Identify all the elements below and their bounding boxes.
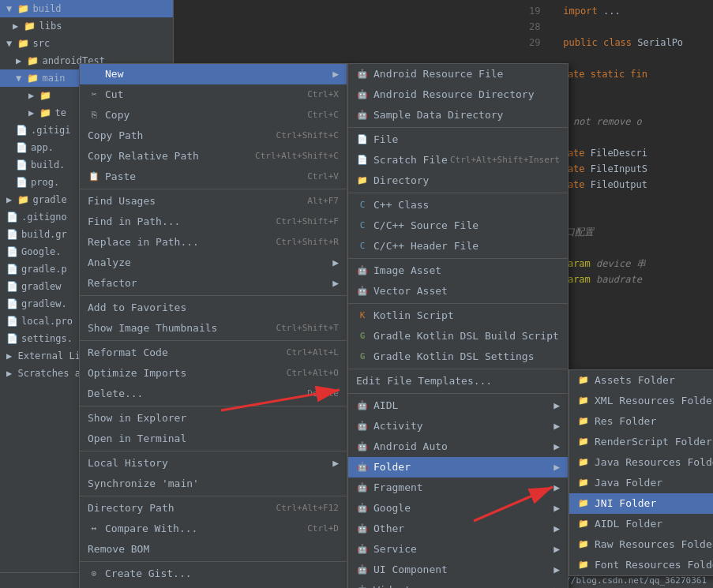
submenu-new-activity[interactable]: 🤖 Activity ▶ <box>348 416 568 436</box>
renderscript-folder-icon: 📁 <box>577 436 590 448</box>
java-resources-folder-icon: 📁 <box>577 456 590 469</box>
menu-item-copy-path[interactable]: Copy Path Ctrl+Shift+C <box>80 125 347 146</box>
menu-item-add-favorites[interactable]: Add to Favorites <box>80 298 347 318</box>
submenu-new-sample-data[interactable]: 🤖 Sample Data Directory <box>348 105 568 125</box>
submenu-new-kotlin-script[interactable]: K Kotlin Script <box>348 305 568 326</box>
submenu-new-file[interactable]: 📄 File <box>348 129 568 150</box>
menu-item-synchronize[interactable]: Synchronize 'main' <box>80 474 347 494</box>
menu-item-copy-relative-path[interactable]: Copy Relative Path Ctrl+Alt+Shift+C <box>80 146 347 167</box>
submenu-new-vector-asset[interactable]: 🤖 Vector Asset <box>348 281 568 301</box>
assets-folder-icon: 📁 <box>577 374 590 387</box>
res-folder-icon: 📁 <box>577 415 590 428</box>
menu-item-analyze[interactable]: Analyze ▶ <box>80 253 347 273</box>
submenu-arrow-history: ▶ <box>332 453 339 474</box>
code-line-29: 29 public class SerialPo <box>529 35 705 51</box>
submenu-new-other[interactable]: 🤖 Other ▶ <box>348 519 568 539</box>
menu-item-new[interactable]: New ▶ <box>80 64 347 84</box>
folder-jni[interactable]: 📁 JNI Folder <box>569 493 713 514</box>
folder-font-resources[interactable]: 📁 Font Resources Folder <box>569 555 713 575</box>
folder-submenu-icon: 🤖 <box>356 461 369 474</box>
ui-component-icon: 🤖 <box>356 564 369 576</box>
menu-item-copy[interactable]: ⎘ Copy Ctrl+C <box>80 105 347 125</box>
tree-item-src[interactable]: ▼ 📁src <box>0 35 173 52</box>
sep-new-5 <box>348 369 568 369</box>
folder-aidl[interactable]: 📁 AIDL Folder <box>569 514 713 534</box>
submenu-new-cpp-class[interactable]: C C++ Class <box>348 195 568 215</box>
raw-resources-folder-icon: 📁 <box>577 538 590 551</box>
folder-assets[interactable]: 📁 Assets Folder <box>569 370 713 391</box>
submenu-arrow-widget: ▶ <box>554 580 560 588</box>
submenu-new-gradle-kotlin-build[interactable]: G Gradle Kotlin DSL Build Script <box>348 326 568 346</box>
submenu-new-image-asset[interactable]: 🤖 Image Asset <box>348 260 568 281</box>
folder-java[interactable]: 📁 Java Folder <box>569 473 713 493</box>
submenu-new-fragment[interactable]: 🤖 Fragment ▶ <box>348 478 568 498</box>
android-auto-icon: 🤖 <box>356 440 369 453</box>
submenu-new-google[interactable]: 🤖 Google ▶ <box>348 498 568 519</box>
code-line-28: 28 <box>529 19 705 35</box>
font-resources-folder-icon: 📁 <box>577 559 590 571</box>
widget-icon: 🤖 <box>356 584 369 588</box>
submenu-arrow-other: ▶ <box>554 519 560 539</box>
menu-item-open-terminal[interactable]: Open in Terminal <box>80 429 347 449</box>
separator-7 <box>80 561 347 562</box>
submenu-new-widget[interactable]: 🤖 Widget ▶ <box>348 580 568 588</box>
menu-item-optimize-imports[interactable]: Optimize Imports Ctrl+Alt+O <box>80 363 347 384</box>
submenu-arrow-android-auto: ▶ <box>554 436 560 457</box>
separator-3 <box>80 340 347 341</box>
submenu-arrow-activity: ▶ <box>554 416 560 436</box>
menu-item-cut[interactable]: ✂ Cut Ctrl+X <box>80 84 347 105</box>
submenu-new-cpp-source[interactable]: C C/C++ Source File <box>348 215 568 236</box>
menu-item-show-thumbnails[interactable]: Show Image Thumbnails Ctrl+Shift+T <box>80 318 347 339</box>
separator-5 <box>80 451 347 451</box>
paste-icon: 📋 <box>88 170 100 183</box>
submenu-new-scratch[interactable]: 📄 Scratch File Ctrl+Alt+Shift+Insert <box>348 150 568 170</box>
submenu-new-android-resource-dir[interactable]: 🤖 Android Resource Directory <box>348 84 568 105</box>
menu-item-paste[interactable]: 📋 Paste Ctrl+V <box>80 167 347 187</box>
tree-item-libs[interactable]: ▶ 📁libs <box>0 17 173 35</box>
menu-item-reformat[interactable]: Reformat Code Ctrl+Alt+L <box>80 343 347 363</box>
submenu-new-aidl[interactable]: 🤖 AIDL ▶ <box>348 395 568 416</box>
folder-java-resources[interactable]: 📁 Java Resources Folder <box>569 452 713 473</box>
separator-6 <box>80 496 347 496</box>
menu-item-local-history[interactable]: Local History ▶ <box>80 453 347 474</box>
menu-item-compare-with[interactable]: ↔ Compare With... Ctrl+D <box>80 519 347 539</box>
submenu-new-edit-templates[interactable]: Edit File Templates... <box>348 371 568 391</box>
submenu-arrow-service: ▶ <box>554 539 560 560</box>
submenu-new-service[interactable]: 🤖 Service ▶ <box>348 539 568 560</box>
menu-item-delete[interactable]: Delete... Delete <box>80 384 347 404</box>
submenu-new-directory[interactable]: 📁 Directory <box>348 170 568 191</box>
submenu-new-gradle-kotlin-settings[interactable]: G Gradle Kotlin DSL Settings <box>348 346 568 367</box>
folder-raw-resources[interactable]: 📁 Raw Resources Folder <box>569 534 713 555</box>
menu-item-create-gist[interactable]: ⊙ Create Gist... <box>80 564 347 584</box>
menu-item-refactor[interactable]: Refactor ▶ <box>80 273 347 294</box>
folder-xml-resources[interactable]: 📁 XML Resources Folder <box>569 391 713 411</box>
menu-item-directory-path[interactable]: Directory Path Ctrl+Alt+F12 <box>80 498 347 519</box>
submenu-new-android-resource-file[interactable]: 🤖 Android Resource File <box>348 64 568 84</box>
menu-item-find-usages[interactable]: Find Usages Alt+F7 <box>80 191 347 212</box>
copy-icon: ⎘ <box>88 109 100 122</box>
folder-renderscript[interactable]: 📁 RenderScript Folder <box>569 432 713 452</box>
menu-item-replace-in-path[interactable]: Replace in Path... Ctrl+Shift+R <box>80 232 347 253</box>
sep-new-2 <box>348 193 568 193</box>
scratch-icon: 📄 <box>356 154 369 167</box>
other-icon: 🤖 <box>356 522 369 535</box>
folder-res[interactable]: 📁 Res Folder <box>569 411 713 432</box>
fragment-icon: 🤖 <box>356 481 369 494</box>
new-icon <box>88 68 100 81</box>
menu-item-remove-bom[interactable]: Remove BOM <box>80 539 347 560</box>
submenu-new-cpp-header[interactable]: C C/C++ Header File <box>348 236 568 257</box>
submenu-arrow-folder: ▶ <box>554 457 560 478</box>
menu-item-find-in-path[interactable]: Find in Path... Ctrl+Shift+F <box>80 212 347 232</box>
tree-item-build[interactable]: ▼ 📁build <box>0 0 173 17</box>
gradle-build-icon: G <box>356 330 369 343</box>
sep-new-6 <box>348 393 568 394</box>
submenu-new-folder[interactable]: 🤖 Folder ▶ <box>348 457 568 478</box>
submenu-arrow-ui: ▶ <box>554 560 560 580</box>
submenu-new-ui-component[interactable]: 🤖 UI Component ▶ <box>348 560 568 580</box>
menu-item-show-explorer[interactable]: Show in Explorer <box>80 408 347 429</box>
submenu-new-android-auto[interactable]: 🤖 Android Auto ▶ <box>348 436 568 457</box>
service-icon: 🤖 <box>356 543 369 556</box>
menu-item-convert-kotlin[interactable]: Convert Java File to Kotlin File Ctrl+Al… <box>80 584 347 588</box>
sep-new-3 <box>348 258 568 259</box>
directory-icon: 📁 <box>356 174 369 187</box>
